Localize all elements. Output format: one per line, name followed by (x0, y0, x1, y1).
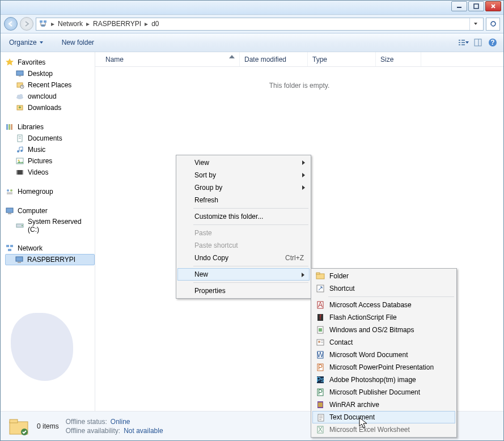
svg-rect-67 (321, 342, 323, 343)
menu-separator (193, 266, 308, 266)
help-button[interactable]: ? (486, 36, 499, 49)
sidebar-item-recent[interactable]: Recent Places (5, 79, 95, 91)
breadcrumb-segment[interactable]: Network (58, 20, 83, 28)
menu-refresh[interactable]: Refresh (177, 194, 310, 206)
breadcrumb-segment[interactable]: d0 (151, 20, 159, 28)
menu-new-excel[interactable]: XMicrosoft Excel Worksheet (312, 423, 455, 436)
view-options-button[interactable] (457, 36, 469, 49)
menu-paste: Paste (177, 227, 310, 239)
menu-separator (193, 282, 308, 283)
menu-new-bitmap[interactable]: Windows and OS/2 Bitmaps (312, 324, 455, 336)
sidebar-item-documents[interactable]: Documents (5, 133, 95, 144)
column-headers: Name Date modified Type Size (95, 52, 503, 67)
menu-new-shortcut[interactable]: Shortcut (312, 282, 455, 295)
menu-new[interactable]: New (177, 268, 310, 281)
back-button[interactable] (4, 17, 18, 31)
svg-rect-20 (16, 71, 23, 75)
menu-new-publisher[interactable]: PMicrosoft Publisher Document (312, 386, 455, 398)
file-list-area[interactable]: Name Date modified Type Size This folder… (95, 52, 503, 411)
sidebar-item-videos[interactable]: Videos (5, 167, 95, 178)
svg-text:P: P (318, 388, 323, 396)
svg-point-39 (18, 160, 20, 162)
menu-new-contact[interactable]: Contact (312, 336, 455, 349)
offline-status-label: Offline status: (66, 418, 107, 426)
context-submenu-new: Folder Shortcut AMicrosoft Access Databa… (311, 268, 457, 438)
menu-separator (193, 224, 308, 225)
svg-rect-66 (321, 341, 323, 341)
forward-button[interactable] (20, 17, 33, 31)
sidebar-item-raspberrypi[interactable]: RASPBERRYPI (5, 254, 95, 265)
sort-asc-icon (229, 55, 235, 58)
organize-button[interactable]: Organize (5, 37, 48, 48)
menu-customize[interactable]: Customize this folder... (177, 210, 310, 223)
svg-rect-52 (8, 249, 11, 251)
text-icon (316, 413, 325, 422)
close-button[interactable] (485, 1, 501, 11)
homegroup-header[interactable]: Homegroup (5, 186, 95, 197)
sidebar-item-desktop[interactable]: Desktop (5, 68, 95, 79)
breadcrumb-segment[interactable]: RASPBERRYPI (93, 20, 141, 28)
menu-view[interactable]: View (177, 156, 310, 169)
access-icon: A (316, 300, 325, 309)
refresh-button[interactable] (486, 18, 500, 31)
menu-group-by[interactable]: Group by (177, 181, 310, 194)
svg-point-36 (17, 150, 19, 152)
chevron-right-icon[interactable]: ▸ (145, 20, 148, 28)
address-bar[interactable]: ▸ Network ▸ RASPBERRYPI ▸ d0 (36, 18, 484, 31)
chevron-right-icon[interactable]: ▸ (51, 20, 54, 28)
new-folder-button[interactable]: New folder (58, 37, 98, 48)
computer-header[interactable]: Computer (5, 205, 95, 217)
svg-point-49 (22, 225, 23, 226)
menu-new-text[interactable]: Text Document (312, 411, 455, 423)
menu-new-folder[interactable]: Folder (312, 270, 455, 282)
navigation-bar: ▸ Network ▸ RASPBERRYPI ▸ d0 (1, 15, 503, 33)
column-type[interactable]: Type (308, 52, 376, 66)
sidebar-item-pictures[interactable]: Pictures (5, 155, 95, 167)
menu-new-powerpoint[interactable]: PMicrosoft PowerPoint Presentation (312, 361, 455, 374)
favorites-header[interactable]: Favorites (5, 57, 95, 68)
menu-properties[interactable]: Properties (177, 285, 310, 297)
menu-new-flash[interactable]: fFlash ActionScript File (312, 311, 455, 324)
menu-new-photoshop[interactable]: PsAdobe Photoshop(tm) image (312, 374, 455, 386)
menu-new-access[interactable]: AMicrosoft Access Database (312, 299, 455, 311)
svg-rect-47 (8, 213, 11, 214)
svg-rect-16 (475, 39, 481, 46)
video-icon (15, 168, 24, 177)
network-header[interactable]: Network (5, 243, 95, 254)
svg-rect-12 (459, 42, 460, 43)
menu-new-winrar[interactable]: WinRAR archive (312, 398, 455, 411)
svg-rect-51 (10, 245, 13, 247)
sidebar-item-music[interactable]: Music (5, 144, 95, 155)
empty-folder-message: This folder is empty. (95, 82, 503, 90)
column-name[interactable]: Name (95, 52, 240, 66)
address-dropdown-button[interactable] (469, 18, 481, 30)
homegroup-icon (5, 187, 14, 196)
svg-rect-77 (318, 402, 323, 407)
menu-sort-by[interactable]: Sort by (177, 169, 310, 181)
libraries-header[interactable]: Libraries (5, 121, 95, 133)
maximize-button[interactable] (468, 1, 484, 11)
column-size[interactable]: Size (376, 52, 421, 66)
minimize-button[interactable] (451, 1, 467, 11)
svg-rect-41 (16, 170, 18, 175)
svg-rect-32 (11, 124, 12, 130)
sidebar-item-downloads[interactable]: Downloads (5, 102, 95, 113)
downloads-icon (15, 103, 24, 112)
svg-point-28 (19, 94, 23, 97)
menu-undo[interactable]: Undo CopyCtrl+Z (177, 252, 310, 264)
svg-rect-31 (9, 124, 10, 130)
sidebar-item-owncloud[interactable]: owncloud (5, 91, 95, 102)
svg-text:A: A (318, 301, 323, 309)
menu-new-word[interactable]: WMicrosoft Word Document (312, 349, 455, 361)
bitmap-icon (316, 325, 325, 334)
offline-availability-value: Not available (124, 427, 163, 435)
navigation-pane: Favorites Desktop Recent Places owncloud… (1, 52, 95, 411)
chevron-right-icon[interactable]: ▸ (86, 20, 90, 28)
shortcut-icon (316, 284, 325, 293)
sidebar-item-drive-c[interactable]: System Reserved (C:) (5, 217, 95, 235)
contact-icon (316, 338, 325, 347)
svg-rect-63 (319, 328, 322, 332)
preview-pane-button[interactable] (472, 36, 484, 49)
offline-status-value: Online (111, 418, 130, 426)
column-date[interactable]: Date modified (240, 52, 308, 66)
